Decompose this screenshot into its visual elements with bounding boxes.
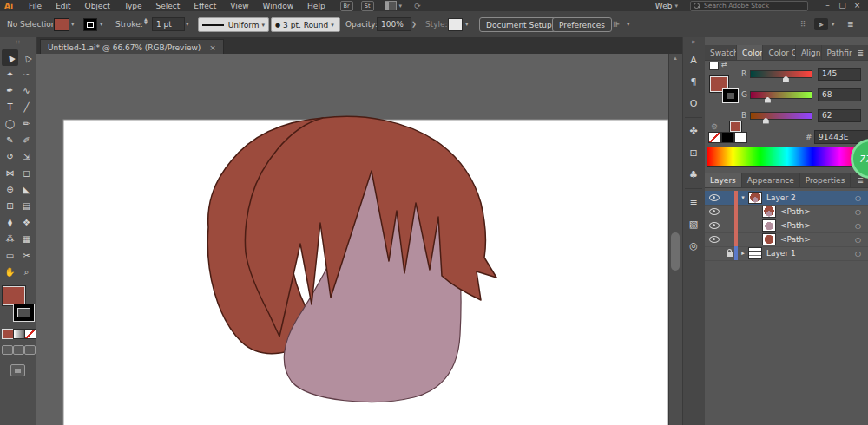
target-circle-icon[interactable]: ○ <box>855 194 861 202</box>
symbols-panel-icon[interactable]: ✤ <box>684 122 703 141</box>
path-thumbnail[interactable] <box>762 219 776 232</box>
layer-row-path2[interactable]: <Path> ○ <box>705 219 868 233</box>
gradient-mode-button[interactable] <box>13 329 25 339</box>
layer-thumbnail[interactable] <box>748 247 762 259</box>
green-slider[interactable] <box>750 91 812 99</box>
red-value-field[interactable]: 145 <box>818 68 861 81</box>
path-name[interactable]: <Path> <box>780 235 811 244</box>
search-input[interactable] <box>702 1 801 10</box>
last-color-well[interactable] <box>730 121 741 132</box>
target-circle-icon[interactable]: ○ <box>855 236 861 244</box>
blue-value-field[interactable]: 62 <box>818 109 861 122</box>
target-circle-icon[interactable]: ○ <box>855 250 861 258</box>
toolbar-stroke-swatch[interactable] <box>14 304 34 321</box>
tool-curvature[interactable]: ∿ <box>18 82 35 99</box>
tool-free-transform[interactable]: ◻ <box>18 165 35 181</box>
list-options-icon[interactable]: ≣ <box>847 17 854 31</box>
panel-menu-icon[interactable]: ≣ <box>852 45 868 60</box>
menu-type[interactable]: Type <box>117 2 149 10</box>
expand-icon[interactable]: ▾ <box>738 194 748 201</box>
target-circle-icon[interactable]: ○ <box>855 222 861 230</box>
opentype-panel-icon[interactable]: O <box>684 95 703 113</box>
restore-button[interactable]: ▢ <box>835 0 850 11</box>
green-slider-knob[interactable] <box>765 97 771 103</box>
tool-paintbrush[interactable]: ✏ <box>18 115 35 132</box>
tool-width[interactable]: ⋈ <box>2 165 18 181</box>
scrollbar-thumb[interactable] <box>671 232 680 271</box>
draw-behind-button[interactable] <box>13 345 24 355</box>
tab-align[interactable]: Align <box>796 45 822 60</box>
scroll-up-icon[interactable]: ▴ <box>668 55 682 62</box>
draw-normal-button[interactable] <box>2 345 13 355</box>
blue-slider-knob[interactable] <box>763 118 769 124</box>
preferences-button[interactable]: Preferences <box>552 17 612 32</box>
stroke-weight-chevron-icon[interactable]: ▾ <box>186 17 189 31</box>
stroke-weight-field[interactable]: 1 pt <box>152 17 185 31</box>
close-button[interactable]: × <box>850 0 865 11</box>
path-name[interactable]: <Path> <box>780 207 811 216</box>
tool-selection[interactable]: ▲ <box>2 49 18 66</box>
touch-workspace-icon[interactable]: ⟳ <box>414 2 421 10</box>
document-tab[interactable]: Untitled-1.ai* @ 66.67% (RGB/Preview) × <box>40 39 224 55</box>
tool-rotate[interactable]: ↺ <box>2 148 18 165</box>
fill-color-swatch[interactable] <box>54 18 69 31</box>
lock-cell[interactable] <box>724 250 734 257</box>
layer-row-path1[interactable]: <Path> ○ <box>705 205 868 219</box>
dock-expand-icon[interactable]: » <box>682 38 705 46</box>
stroke-chevron-icon[interactable]: ▾ <box>100 17 103 31</box>
tool-shaper[interactable]: ✐ <box>18 132 35 148</box>
stock-search-box[interactable] <box>690 1 808 11</box>
tool-hand[interactable]: ✋ <box>2 264 18 280</box>
tool-eyedropper[interactable]: ⧫ <box>2 214 18 231</box>
brushes-panel-icon[interactable]: ♣ <box>684 166 703 184</box>
menu-edit[interactable]: Edit <box>49 2 77 10</box>
menu-file[interactable]: File <box>22 2 49 10</box>
color-mode-button[interactable] <box>2 329 14 339</box>
tool-magic-wand[interactable]: ✦ <box>2 66 18 82</box>
tools-panel-grip[interactable]: ∷ <box>0 39 36 46</box>
stroke-color-swatch[interactable] <box>83 18 97 31</box>
workspace-switcher[interactable]: Web ▾ <box>655 2 678 10</box>
grid-options-icon[interactable]: ⠿ <box>800 17 806 31</box>
minimize-button[interactable]: – <box>820 0 835 11</box>
tool-pencil[interactable]: ✎ <box>2 132 18 148</box>
stroke-stepper[interactable]: ▲▼ <box>144 17 148 31</box>
tab-close-icon[interactable]: × <box>209 43 216 52</box>
align-options-icon[interactable]: ⊪ <box>613 17 619 31</box>
path-name[interactable]: <Path> <box>780 221 811 230</box>
image-trace-panel-icon[interactable]: ▧ <box>684 215 703 233</box>
menu-help[interactable]: Help <box>300 2 332 10</box>
swap-fill-stroke-icon[interactable]: ⇄ <box>721 61 727 69</box>
none-mode-button[interactable] <box>24 329 36 339</box>
stock-button[interactable]: St <box>361 1 374 11</box>
path-thumbnail[interactable] <box>762 206 776 218</box>
panel-dock-icon[interactable]: ⫸ <box>814 18 828 30</box>
tab-swatches[interactable]: Swatch <box>705 45 737 60</box>
black-swatch[interactable] <box>721 132 734 143</box>
green-value-field[interactable]: 68 <box>818 88 861 101</box>
tool-scale[interactable]: ⇲ <box>18 148 35 165</box>
layer-name[interactable]: Layer 1 <box>766 249 796 258</box>
visibility-cell[interactable] <box>705 194 724 201</box>
visibility-cell[interactable] <box>705 208 724 215</box>
stroke-panel-icon[interactable]: ≡ <box>684 193 703 212</box>
menu-window[interactable]: Window <box>256 2 301 10</box>
menu-view[interactable]: View <box>223 2 255 10</box>
tool-shape-builder[interactable]: ⊕ <box>2 181 18 198</box>
tool-blend[interactable]: ❖ <box>18 214 35 231</box>
tool-lasso[interactable]: ∽ <box>18 66 35 82</box>
artboards-panel-icon[interactable]: ⊡ <box>684 144 703 162</box>
layer-row-layer2[interactable]: ▾ Layer 2 ○ <box>705 191 868 206</box>
blue-slider[interactable] <box>750 112 812 120</box>
align-chevron-icon[interactable]: ▾ <box>627 17 630 31</box>
tab-color-guide[interactable]: Color G <box>763 45 796 60</box>
draw-inside-button[interactable] <box>24 345 36 355</box>
menu-select[interactable]: Select <box>149 2 187 10</box>
canvas-area[interactable] <box>36 54 668 425</box>
tool-graph[interactable]: ▦ <box>18 231 35 247</box>
character-panel-icon[interactable]: A <box>684 51 703 69</box>
tool-type[interactable]: T <box>2 99 18 115</box>
tab-properties[interactable]: Properties <box>800 173 851 187</box>
screen-mode-button[interactable] <box>10 364 25 376</box>
tool-ellipse[interactable]: ◯ <box>2 115 18 132</box>
